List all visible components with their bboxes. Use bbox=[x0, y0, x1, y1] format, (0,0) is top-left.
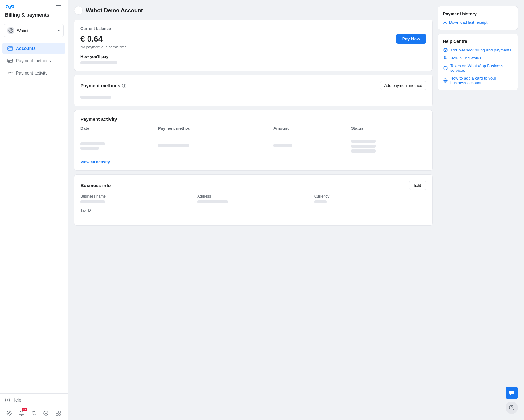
back-button[interactable]: ‹ bbox=[74, 6, 83, 15]
help-centre-card: Help Centre Troubleshoot billing and pay… bbox=[438, 34, 518, 90]
svg-point-1 bbox=[10, 29, 12, 31]
main-content: ‹ Wabot Demo Account Current balance € 0… bbox=[68, 0, 524, 420]
layout-button[interactable] bbox=[54, 409, 63, 418]
balance-label: Current balance bbox=[80, 26, 426, 31]
svg-rect-16 bbox=[59, 411, 60, 413]
download-icon bbox=[443, 20, 447, 25]
account-selector[interactable]: Wabot ▼ bbox=[4, 24, 64, 37]
view-all-activity-link[interactable]: View all activity bbox=[80, 160, 110, 164]
app-title: Billing & payments bbox=[0, 12, 68, 22]
table-row bbox=[80, 137, 426, 156]
payment-history-title: Payment history bbox=[443, 11, 513, 16]
col-status: Status bbox=[351, 126, 426, 131]
payment-methods-info-icon[interactable]: i bbox=[122, 84, 126, 88]
svg-text:i: i bbox=[445, 67, 445, 70]
tax-id-label: Tax ID bbox=[80, 208, 426, 213]
sidebar: Billing & payments Wabot ▼ Accounts bbox=[0, 0, 68, 420]
bottom-toolbar: 44 bbox=[0, 406, 68, 420]
svg-rect-6 bbox=[8, 59, 13, 62]
payment-activity-table-header: Date Payment method Amount Status bbox=[80, 126, 426, 133]
svg-point-20 bbox=[445, 51, 446, 52]
floating-actions: ? bbox=[506, 387, 518, 414]
help-centre-title: Help Centre bbox=[443, 39, 513, 44]
sidebar-item-payment-methods[interactable]: Payment methods bbox=[2, 55, 65, 67]
floating-help-icon: ? bbox=[509, 405, 514, 410]
help-link-billing[interactable]: How billing works bbox=[443, 55, 513, 60]
currency-field: Currency bbox=[314, 194, 426, 203]
page-header: ‹ Wabot Demo Account bbox=[74, 6, 433, 15]
edit-business-info-button[interactable]: Edit bbox=[409, 181, 426, 190]
pay-now-button[interactable]: Pay Now bbox=[396, 34, 426, 44]
tax-id-value: . bbox=[80, 214, 426, 219]
download-receipt-link[interactable]: Download last receipt bbox=[443, 20, 513, 25]
sidebar-item-payment-activity[interactable]: Payment activity bbox=[2, 67, 65, 79]
nav-items: Accounts Payment methods Payment activit… bbox=[0, 39, 68, 393]
right-panel: Payment history Download last receipt He… bbox=[438, 6, 518, 414]
svg-line-13 bbox=[35, 414, 36, 415]
currency-label: Currency bbox=[314, 194, 426, 198]
account-name: Wabot bbox=[17, 28, 55, 33]
hamburger-button[interactable] bbox=[55, 4, 63, 10]
svg-point-11 bbox=[9, 413, 10, 414]
svg-rect-17 bbox=[56, 414, 58, 415]
search-button[interactable] bbox=[30, 409, 38, 418]
troubleshoot-icon bbox=[443, 47, 448, 52]
add-card-label: How to add a card to your business accou… bbox=[450, 76, 513, 85]
help-link-taxes[interactable]: i Taxes on WhatsApp Business services bbox=[443, 63, 513, 73]
svg-rect-18 bbox=[59, 414, 60, 415]
help-label: Help bbox=[12, 398, 21, 402]
business-name-field: Business name bbox=[80, 194, 192, 203]
add-payment-method-button[interactable]: Add payment method bbox=[380, 81, 426, 90]
page-title: Wabot Demo Account bbox=[86, 7, 143, 14]
svg-point-3 bbox=[9, 48, 10, 49]
payment-activity-icon bbox=[7, 70, 13, 76]
payment-methods-icon bbox=[7, 58, 13, 63]
accounts-icon bbox=[7, 46, 13, 51]
balance-note: No payment due at this time. bbox=[80, 45, 426, 49]
balance-amount: € 0.64 bbox=[80, 34, 103, 44]
business-info-title: Business info bbox=[80, 183, 111, 188]
billing-icon bbox=[443, 55, 448, 60]
help-link-troubleshoot[interactable]: Troubleshoot billing and payments bbox=[443, 47, 513, 52]
svg-text:?: ? bbox=[511, 406, 513, 410]
svg-point-21 bbox=[445, 56, 446, 58]
col-payment-method: Payment method bbox=[158, 126, 271, 131]
troubleshoot-label: Troubleshoot billing and payments bbox=[450, 48, 511, 52]
notifications-button[interactable]: 44 bbox=[17, 409, 26, 418]
tools-button[interactable] bbox=[42, 409, 50, 418]
payment-methods-label: Payment methods bbox=[16, 58, 51, 63]
business-info-card: Business info Edit Business name Address… bbox=[74, 174, 433, 226]
payment-activity-card: Payment activity Date Payment method Amo… bbox=[74, 110, 433, 171]
svg-point-12 bbox=[32, 411, 35, 414]
help-icon: ? bbox=[5, 398, 10, 402]
notification-badge: 44 bbox=[22, 408, 27, 411]
taxes-icon: i bbox=[443, 66, 448, 71]
chevron-down-icon: ▼ bbox=[57, 29, 60, 32]
help-link-add-card[interactable]: How to add a card to your business accou… bbox=[443, 76, 513, 85]
business-info-grid: Business name Address Currency bbox=[80, 194, 426, 203]
taxes-label: Taxes on WhatsApp Business services bbox=[450, 63, 513, 73]
three-dots-menu[interactable]: ··· bbox=[420, 94, 426, 100]
account-avatar bbox=[7, 27, 14, 34]
billing-works-label: How billing works bbox=[450, 56, 481, 60]
col-amount: Amount bbox=[273, 126, 349, 131]
sidebar-item-accounts[interactable]: Accounts bbox=[2, 43, 65, 54]
address-field: Address bbox=[197, 194, 309, 203]
settings-button[interactable] bbox=[5, 409, 14, 418]
svg-rect-27 bbox=[509, 391, 514, 394]
payment-placeholder-bar bbox=[80, 61, 117, 64]
payment-activity-title: Payment activity bbox=[80, 116, 426, 122]
sidebar-bottom: ? Help 44 bbox=[0, 393, 68, 420]
chat-button[interactable] bbox=[506, 387, 518, 399]
floating-help-button[interactable]: ? bbox=[506, 402, 518, 414]
col-date: Date bbox=[80, 126, 156, 131]
svg-rect-2 bbox=[8, 47, 13, 50]
add-card-icon bbox=[443, 78, 448, 83]
currency-value bbox=[314, 200, 327, 203]
business-name-value bbox=[80, 200, 105, 203]
help-section[interactable]: ? Help bbox=[0, 394, 68, 406]
business-info-header: Business info Edit bbox=[80, 181, 426, 190]
svg-rect-8 bbox=[8, 61, 10, 62]
payment-method-placeholder bbox=[80, 96, 111, 99]
how-you-pay-label: How you'll pay bbox=[80, 54, 426, 59]
